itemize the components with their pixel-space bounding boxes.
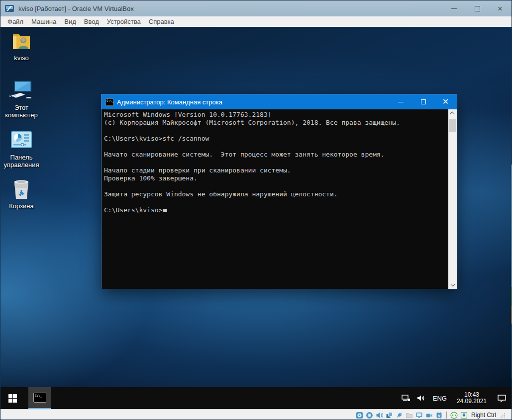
hard-disks-icon[interactable]	[355, 411, 364, 420]
svg-text:V: V	[438, 413, 441, 418]
host-key-label: Right Ctrl	[471, 412, 496, 419]
network-icon[interactable]	[400, 392, 412, 404]
user-folder-icon	[10, 30, 33, 52]
resize-grip[interactable]	[501, 413, 506, 418]
desktop-icon-recycle-bin[interactable]: Корзина	[0, 178, 42, 210]
menu-devices[interactable]: Устройства	[106, 18, 142, 25]
cmd-window: C:\_ Администратор: Командная строка ✕ M…	[101, 94, 457, 289]
close-icon: ×	[498, 4, 503, 13]
chevron-down-icon	[450, 282, 455, 287]
cmd-icon: C:\_	[33, 393, 46, 403]
console-line: Защита ресурсов Windows не обнаружила на…	[104, 190, 447, 198]
console-cursor	[163, 209, 167, 212]
console-line: (c) Корпорация Майкрософт (Microsoft Cor…	[104, 119, 447, 127]
recycle-bin-icon	[10, 178, 32, 201]
close-icon: ✕	[442, 98, 449, 106]
desktop-icon-label-line1: Этот	[5, 104, 38, 111]
taskbar-cmd-button[interactable]: C:\_	[28, 387, 51, 409]
vbox-minimize-button[interactable]	[443, 0, 466, 16]
maximize-icon	[475, 6, 480, 11]
usb-icon[interactable]	[395, 411, 404, 420]
cmd-window-title: Администратор: Командная строка	[117, 98, 222, 106]
desktop-icon-label-line2: компьютер	[5, 111, 38, 119]
scroll-down-button[interactable]	[448, 280, 457, 289]
clock[interactable]: 10:43 24.09.2021	[453, 392, 491, 405]
control-panel-icon	[10, 131, 32, 151]
vm-desktop[interactable]: kviso	[0, 27, 512, 387]
language-indicator[interactable]: ENG	[430, 395, 450, 402]
cmd-scrollbar[interactable]	[448, 109, 457, 289]
scrollbar-thumb[interactable]	[449, 119, 456, 132]
cmd-maximize-button[interactable]	[412, 94, 434, 109]
desktop-icon-label: Корзина	[9, 202, 34, 210]
desktop-icon-this-pc[interactable]: Этот компьютер	[0, 80, 42, 119]
console-line: Начато сканирование системы. Этот процес…	[104, 151, 447, 159]
console-line: Проверка 100% завершена.	[104, 174, 447, 182]
desktop-icon-label: kviso	[14, 54, 29, 62]
console-line	[104, 198, 447, 206]
network-adapters-icon[interactable]	[385, 411, 394, 420]
console-line	[104, 143, 447, 151]
console-prompt-line: C:\Users\kviso>	[104, 206, 447, 214]
audio-icon[interactable]	[375, 411, 384, 420]
recording-icon[interactable]	[425, 411, 433, 420]
shared-folders-icon[interactable]	[405, 411, 413, 420]
console-output[interactable]: Microsoft Windows [Version 10.0.17763.21…	[102, 109, 457, 289]
vbox-maximize-button[interactable]	[466, 0, 489, 16]
menu-file[interactable]: Файл	[6, 18, 24, 25]
menu-help[interactable]: Справка	[148, 18, 175, 25]
scroll-up-button[interactable]	[448, 109, 457, 118]
vbox-menubar: Файл Машина Вид Ввод Устройства Справка	[0, 16, 512, 27]
tray-date: 24.09.2021	[457, 398, 487, 405]
console-line: Начало стадии проверки при сканировании …	[104, 167, 447, 174]
start-button[interactable]	[0, 387, 24, 409]
cmd-close-button[interactable]: ✕	[434, 94, 457, 109]
minimize-icon	[398, 102, 404, 102]
vbox-window-title: kviso [Работает] - Oracle VM VirtualBox	[18, 5, 134, 12]
statusbar-separator	[446, 412, 447, 419]
taskbar: C:\_ ENG 10:43 24.09.2021	[0, 387, 512, 409]
mouse-integration-icon[interactable]	[450, 411, 458, 420]
features-icon[interactable]: V	[435, 411, 443, 420]
menu-input[interactable]: Ввод	[83, 18, 100, 25]
vbox-statusbar: V Right Ctrl	[0, 409, 512, 420]
action-center-icon[interactable]	[496, 392, 508, 404]
menu-view[interactable]: Вид	[63, 18, 77, 25]
system-tray: ENG 10:43 24.09.2021	[400, 387, 512, 409]
display-icon[interactable]	[415, 411, 423, 420]
desktop-icon-control-panel[interactable]: Панель управления	[0, 129, 42, 168]
console-line	[104, 127, 447, 135]
chevron-up-icon	[450, 111, 455, 116]
desktop-icon-kviso[interactable]: kviso	[0, 30, 42, 62]
console-line	[104, 159, 447, 167]
cmd-icon: C:\_	[105, 98, 113, 106]
minimize-icon	[451, 8, 457, 9]
vbox-close-button[interactable]: ×	[489, 0, 512, 16]
windows-logo-icon	[8, 394, 17, 403]
keyboard-icon[interactable]	[460, 411, 468, 420]
cmd-titlebar[interactable]: C:\_ Администратор: Командная строка ✕	[102, 94, 457, 109]
volume-icon[interactable]	[415, 392, 427, 404]
optical-drives-icon[interactable]	[365, 411, 374, 420]
maximize-icon	[421, 99, 426, 104]
console-line: C:\Users\kviso>sfc /scannow	[104, 135, 447, 143]
virtualbox-window: kviso [Работает] - Oracle VM VirtualBox …	[0, 0, 512, 420]
this-pc-icon	[9, 79, 33, 103]
desktop-icon-label-line1: Панель	[4, 154, 39, 161]
virtualbox-logo-icon	[4, 4, 14, 13]
vbox-titlebar[interactable]: kviso [Работает] - Oracle VM VirtualBox …	[0, 0, 512, 16]
cmd-minimize-button[interactable]	[390, 94, 412, 109]
desktop-icon-label-line2: управления	[4, 161, 39, 168]
menu-machine[interactable]: Машина	[30, 18, 57, 25]
console-line: Microsoft Windows [Version 10.0.17763.21…	[104, 111, 447, 119]
console-line	[104, 182, 447, 190]
